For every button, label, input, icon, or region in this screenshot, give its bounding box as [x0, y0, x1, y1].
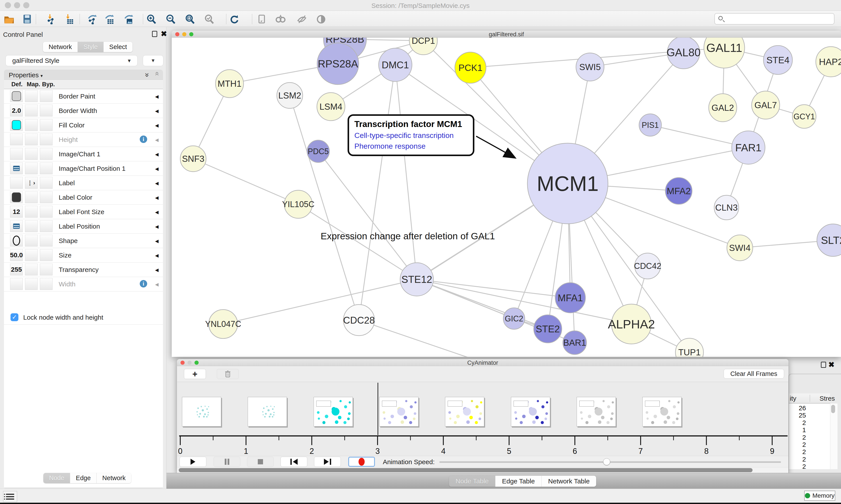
expand-property-icon[interactable]: ◂ — [155, 222, 159, 231]
collapse-all-icon[interactable]: » — [152, 73, 161, 76]
float-panel-icon[interactable] — [152, 31, 157, 37]
network-node-swi5[interactable]: SWI5 — [576, 53, 604, 81]
mapping-cell[interactable] — [25, 264, 38, 275]
mapping-cell[interactable] — [25, 105, 38, 116]
export-table-button[interactable] — [103, 14, 115, 24]
style-selector[interactable]: galFiltered Style ▼ — [5, 55, 138, 66]
bypass-cell[interactable] — [40, 133, 53, 145]
default-value-cell[interactable] — [10, 148, 23, 160]
default-value-cell[interactable]: 255 — [10, 264, 23, 275]
tab-node-table[interactable]: Node Table — [449, 476, 496, 487]
expand-property-icon[interactable]: ◂ — [155, 92, 159, 101]
property-row-label-color[interactable]: Label Color◂ — [4, 190, 163, 205]
timeline-frame-4[interactable] — [445, 397, 484, 427]
export-image-button[interactable] — [122, 14, 135, 24]
slider-thumb[interactable] — [603, 458, 610, 465]
network-node-far1[interactable]: FAR1 — [732, 131, 765, 164]
tab-node[interactable]: Node — [43, 473, 70, 483]
network-node-dcp1[interactable]: DCP1 — [409, 38, 437, 55]
add-frame-button[interactable]: + — [184, 369, 206, 379]
table-cell[interactable]: 25 — [789, 412, 806, 419]
zoom-in-button[interactable] — [145, 14, 158, 24]
default-value-cell[interactable] — [10, 177, 23, 189]
property-row-border-paint[interactable]: Border Paint◂ — [4, 89, 163, 104]
table-cell[interactable]: 1 — [789, 426, 806, 434]
default-value-cell[interactable] — [10, 133, 23, 145]
property-row-image-chart-1[interactable]: Image/Chart 1◂ — [4, 147, 163, 161]
bypass-cell[interactable] — [40, 249, 53, 261]
default-value-cell[interactable] — [10, 220, 23, 232]
network-node-lsm4[interactable]: LSM4 — [317, 93, 345, 121]
cyanimator-titlebar[interactable]: CyAnimator — [177, 359, 788, 366]
skip-to-start-button[interactable] — [281, 457, 307, 467]
paste-button[interactable] — [256, 14, 268, 24]
open-folder-button[interactable] — [3, 14, 15, 24]
network-node-tup1[interactable]: TUP1 — [676, 338, 703, 357]
bypass-cell[interactable] — [40, 105, 53, 116]
network-node-slt2[interactable]: SLT2 — [817, 224, 841, 256]
table-cell[interactable]: 2 — [789, 448, 806, 456]
expand-property-icon[interactable]: ◂ — [155, 136, 159, 144]
network-edge[interactable] — [298, 204, 417, 280]
network-node-gic2[interactable]: GIC2 — [503, 308, 525, 329]
expand-property-icon[interactable]: ◂ — [155, 164, 159, 173]
annotation-box[interactable]: Transcription factor MCM1 Cell-type-spec… — [347, 114, 475, 156]
network-node-dmc1[interactable]: DMC1 — [379, 48, 412, 82]
network-node-mcm1[interactable]: MCM1 — [527, 143, 608, 224]
bypass-cell[interactable] — [40, 191, 53, 203]
network-node-lsm2[interactable]: LSM2 — [277, 83, 303, 108]
default-value-cell[interactable]: 12 — [10, 206, 23, 218]
mapping-cell[interactable] — [25, 220, 38, 232]
property-row-transparency[interactable]: 255Transparency◂ — [4, 263, 163, 277]
network-node-gcy1[interactable]: GCY1 — [792, 105, 816, 128]
zoom-out-button[interactable] — [165, 14, 177, 24]
float-table-icon[interactable] — [821, 362, 826, 368]
import-table-button[interactable] — [62, 14, 75, 24]
expand-property-icon[interactable]: ◂ — [155, 107, 159, 115]
column-divider[interactable] — [810, 395, 810, 402]
network-canvas[interactable]: RPS28BRPS28ADMC1DCP1PCK1SWI5GAL80GAL11ST… — [172, 38, 841, 357]
property-row-height[interactable]: Heighti◂ — [4, 132, 163, 147]
table-cell[interactable]: 26 — [789, 404, 806, 412]
bypass-cell[interactable] — [40, 264, 53, 275]
hide-graphics-button[interactable] — [296, 14, 308, 24]
network-node-cdc42[interactable]: CDC42 — [634, 253, 661, 279]
expand-property-icon[interactable]: ◂ — [155, 208, 159, 216]
expand-property-icon[interactable]: ◂ — [155, 251, 159, 259]
show-graphics-button[interactable] — [315, 14, 327, 24]
table-cell[interactable]: 2 — [789, 441, 806, 448]
bypass-cell[interactable] — [40, 119, 53, 131]
mapping-cell[interactable]: ⋮› — [25, 177, 38, 189]
info-icon[interactable]: i — [140, 136, 147, 143]
network-caption[interactable]: Expression change after deletion of GAL1 — [303, 231, 513, 241]
network-node-hap2[interactable]: HAP2 — [816, 47, 841, 77]
property-row-label-font-size[interactable]: 12Label Font Size◂ — [4, 205, 163, 219]
skip-to-end-button[interactable] — [314, 457, 341, 467]
zoom-selected-button[interactable] — [203, 14, 215, 24]
network-node-alpha2[interactable]: ALPHA2 — [608, 304, 655, 344]
network-node-gal2[interactable]: GAL2 — [709, 94, 737, 122]
timeline-frame-1[interactable] — [248, 397, 287, 427]
property-row-label-position[interactable]: Label Position◂ — [4, 219, 163, 234]
bypass-cell[interactable] — [40, 148, 53, 160]
network-node-mfa1[interactable]: MFA1 — [555, 283, 586, 313]
network-edge[interactable] — [223, 280, 417, 324]
bypass-cell[interactable] — [40, 90, 53, 102]
mapping-cell[interactable] — [25, 206, 38, 218]
network-node-pis1[interactable]: PIS1 — [639, 114, 661, 136]
pause-button[interactable] — [214, 457, 240, 467]
tab-network-table[interactable]: Network Table — [542, 476, 596, 487]
expand-property-icon[interactable]: ◂ — [155, 193, 159, 202]
property-row-width[interactable]: Widthi◂ — [4, 277, 163, 291]
default-value-cell[interactable] — [10, 191, 23, 203]
close-panel-icon[interactable]: ✖ — [161, 30, 167, 37]
network-node-ynl047c[interactable]: YNL047C — [205, 310, 241, 339]
mapping-cell[interactable] — [25, 249, 38, 261]
info-icon[interactable]: i — [140, 280, 147, 287]
tab-network[interactable]: Network — [96, 473, 131, 483]
property-row-shape[interactable]: Shape◂ — [4, 234, 163, 248]
network-node-bar1[interactable]: BAR1 — [563, 331, 587, 355]
mapping-cell[interactable] — [25, 133, 38, 145]
record-button[interactable] — [348, 457, 375, 467]
network-edge[interactable] — [359, 65, 395, 320]
